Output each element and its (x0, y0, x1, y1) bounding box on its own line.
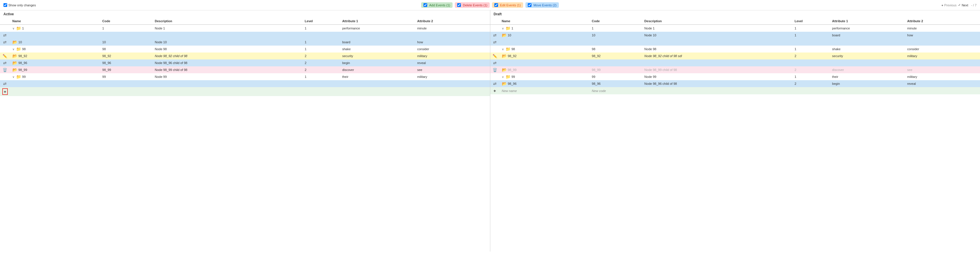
table-row: ∨ 📁 99 99Node 991theirmilitary (0, 73, 490, 80)
desc-cell: Node 98_99 child of 98 (642, 66, 792, 73)
icon-cell: ⇄ (490, 32, 500, 38)
level-cell: 1 (302, 73, 340, 80)
node-name: 📂 98_96 (13, 61, 98, 65)
code-cell: 98 (589, 46, 642, 53)
add-icon: + (493, 88, 496, 93)
delete-events-badge[interactable]: Delete Events (1) (455, 2, 490, 8)
name-cell: ∨ 📁 1 (500, 24, 590, 32)
toolbar-left: Show only changes (3, 3, 49, 7)
node-label: 98 (512, 47, 515, 51)
node-name: 📂 10 (13, 40, 98, 45)
node-name: ∨ 📁 99 (502, 74, 587, 79)
name-cell: 📂 98_92 (10, 53, 100, 59)
draft-col-name: Name (500, 18, 590, 24)
desc-cell: Node 98_92 child of 98 (153, 53, 302, 59)
name-cell: 📂 98_99 (10, 66, 100, 73)
move-icon: ⇄ (493, 33, 496, 37)
folder-icon: 📂 (502, 67, 507, 72)
node-label: 1 (512, 27, 513, 30)
icon-cell (0, 24, 10, 32)
code-cell: New code (589, 87, 642, 94)
previous-button[interactable]: ● Previous (942, 3, 956, 7)
level-cell: 1 (792, 24, 830, 32)
desc-cell (153, 80, 302, 87)
desc-cell: Node 98_96 child of 98 (642, 80, 792, 87)
active-table: Name Code Description Level Attribute 1 … (0, 18, 490, 96)
active-header-row: Name Code Description Level Attribute 1 … (0, 18, 490, 24)
level-cell (792, 38, 830, 46)
node-label: 98_92 (18, 54, 27, 58)
table-row: ∨ 📁 99 99Node 991theirmilitary (490, 73, 980, 80)
level-cell (302, 80, 340, 87)
desc-cell: Node 1 (642, 24, 792, 32)
folder-icon: 📂 (502, 81, 507, 86)
icon-cell: 🗑️ (490, 66, 500, 73)
chevron-icon: ∨ (502, 75, 504, 79)
level-cell: 2 (302, 66, 340, 73)
attr1-cell: board (340, 38, 415, 46)
attr1-cell: discover (340, 66, 415, 73)
icon-cell (0, 73, 10, 80)
folder-icon: 📁 (16, 47, 21, 51)
attr1-cell: performance (340, 24, 415, 32)
icon-cell: + (490, 87, 500, 94)
node-name: ∨ 📁 1 (13, 26, 98, 30)
move-events-checkbox[interactable] (528, 3, 531, 7)
delete-icon: 🗑️ (493, 68, 497, 72)
show-only-changes-checkbox[interactable] (3, 3, 7, 7)
add-events-badge[interactable]: Add Events (1) (421, 2, 453, 8)
delete-events-checkbox[interactable] (457, 3, 461, 7)
code-cell (100, 32, 153, 38)
folder-icon: 📁 (506, 26, 511, 30)
next-button[interactable]: ✓ Next (958, 3, 968, 7)
name-cell: ∨ 📁 1 (10, 24, 100, 32)
show-only-changes-label[interactable]: Show only changes (3, 3, 36, 7)
move-icon: ⇄ (493, 81, 496, 86)
name-cell (10, 87, 100, 96)
name-cell: ∨ 📁 98 (500, 46, 590, 53)
table-row: 🗑️ 📂 98_99 98_99Node 98_99 child of 982d… (0, 66, 490, 73)
draft-panel: Draft Name Code Description Level Attrib… (490, 10, 980, 252)
attr2-cell: reveal (415, 59, 490, 66)
table-row: + (0, 87, 490, 96)
edit-icon: ✏️ (3, 54, 7, 58)
level-cell (302, 32, 340, 38)
name-cell: ∨ 📁 99 (500, 73, 590, 80)
draft-table: Name Code Description Level Attribute 1 … (490, 18, 980, 94)
icon-cell: + (0, 87, 10, 96)
attr1-cell (340, 87, 415, 96)
code-cell: 10 (100, 38, 153, 46)
delete-icon: 🗑️ (3, 68, 7, 72)
attr2-cell (905, 59, 980, 66)
add-events-checkbox[interactable] (423, 3, 427, 7)
attr2-cell (415, 87, 490, 96)
icon-cell (490, 73, 500, 80)
move-events-badge[interactable]: Move Events (2) (525, 2, 559, 8)
edit-events-checkbox[interactable] (494, 3, 498, 7)
name-cell: ∨ 📁 98 (10, 46, 100, 53)
toolbar-right: ● Previous ✓ Next - / 7 (931, 3, 977, 7)
attr1-cell: performance (830, 24, 905, 32)
tables-container: Active Name Code Description Level Attri… (0, 10, 980, 252)
icon-cell: ⇄ (490, 80, 500, 87)
chevron-icon: ∨ (502, 48, 504, 51)
table-row: ⇄ (0, 80, 490, 87)
desc-cell: Node 98_99 child of 98 (153, 66, 302, 73)
desc-cell: Node 99 (642, 73, 792, 80)
level-cell (792, 87, 830, 94)
node-name: ∨ 📁 1 (502, 26, 587, 30)
table-row: ∨ 📁 98 98Node 981shakeconsider (0, 46, 490, 53)
node-name: New name (502, 89, 517, 93)
level-cell (302, 87, 340, 96)
attr1-cell: begin (340, 59, 415, 66)
attr1-cell (340, 80, 415, 87)
attr2-cell: see (905, 66, 980, 73)
chevron-icon: ∨ (13, 27, 14, 30)
attr2-cell: minute (905, 24, 980, 32)
edit-events-badge[interactable]: Edit Events (1) (492, 2, 523, 8)
level-cell: 2 (792, 66, 830, 73)
table-row: ✏️ 📂 98_92 98_92Node 98_92 child of 98 s… (490, 53, 980, 59)
toolbar-center: Add Events (1) Delete Events (1) Edit Ev… (53, 2, 927, 8)
code-cell: 98_96 (589, 80, 642, 87)
desc-cell: Node 98 (153, 46, 302, 53)
